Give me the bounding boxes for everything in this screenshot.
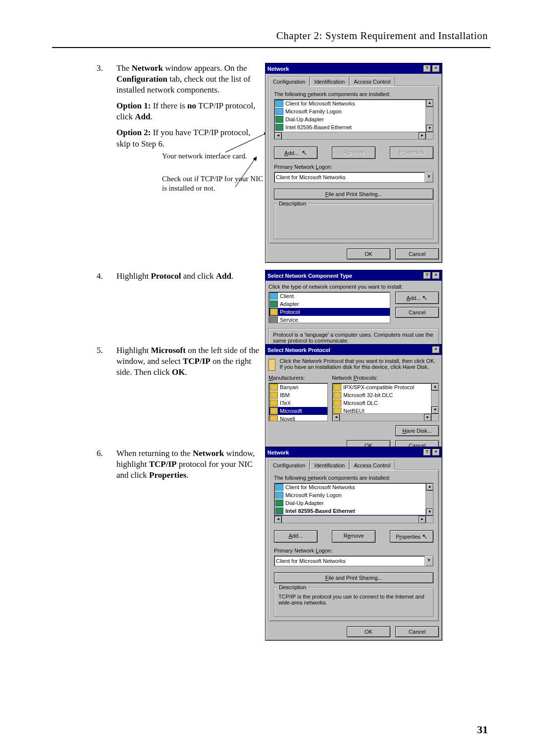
- chevron-down-icon[interactable]: ▼: [425, 172, 433, 182]
- list-item[interactable]: Dial-Up Adapter: [274, 115, 433, 123]
- step4-text: Highlight Protocol and click Add.: [116, 271, 265, 282]
- close-icon[interactable]: ×: [432, 346, 440, 353]
- description-group-title: Description: [277, 584, 308, 590]
- scrollbar-horizontal[interactable]: ◄►: [274, 132, 426, 139]
- list-item[interactable]: Microsoft 32-bit DLC: [332, 391, 438, 399]
- have-disk-button[interactable]: Have Disk...: [395, 425, 439, 436]
- step5-text: Highlight Microsoft on the left side of …: [116, 345, 265, 378]
- cancel-button[interactable]: Cancel: [395, 307, 439, 318]
- components-list[interactable]: Client for Microsoft Networks Microsoft …: [274, 483, 433, 523]
- network-dialog-1: Network ? × Configuration Identification…: [265, 63, 442, 263]
- adapter-icon: [275, 507, 283, 514]
- adapter-icon: [275, 124, 283, 131]
- list-item[interactable]: Banyan: [269, 383, 327, 391]
- list-item[interactable]: Client for Microsoft Networks: [274, 100, 433, 107]
- list-item[interactable]: Microsoft Family Logon: [274, 107, 433, 115]
- list-item[interactable]: Microsoft DLC: [332, 399, 438, 407]
- adapter-icon: [275, 116, 283, 123]
- step3-annotation-nic: Your network interface card.: [162, 151, 265, 161]
- scrollbar-vertical[interactable]: ▲▼: [431, 383, 438, 421]
- client-icon: [275, 100, 283, 107]
- scrollbar-horizontal[interactable]: ◄►: [274, 515, 426, 523]
- primary-logon-label: Primary Network Logon:: [274, 548, 433, 554]
- help-icon[interactable]: ?: [423, 272, 431, 279]
- tab-identification[interactable]: Identification: [310, 77, 349, 86]
- help-icon[interactable]: ?: [423, 449, 431, 456]
- close-icon[interactable]: ×: [432, 449, 440, 456]
- list-item[interactable]: Dial-Up Adapter: [274, 499, 433, 507]
- cursor-icon: ↖: [422, 294, 428, 302]
- ok-button[interactable]: OK: [347, 626, 390, 637]
- step6-text: When returning to the Network window, hi…: [116, 448, 265, 481]
- add-button[interactable]: Add... ↖: [274, 147, 318, 159]
- tab-access-control[interactable]: Access Control: [349, 77, 395, 86]
- close-icon[interactable]: ×: [432, 272, 440, 279]
- close-icon[interactable]: ×: [432, 65, 440, 72]
- list-item[interactable]: Adapter: [269, 300, 390, 308]
- properties-button[interactable]: Properties ↖: [390, 530, 433, 543]
- manufacturers-label: Manufacturers:: [268, 375, 328, 381]
- file-print-sharing-button[interactable]: File and Print Sharing...: [274, 189, 433, 200]
- list-item[interactable]: Intel 82595-Based Ethernet: [274, 507, 433, 515]
- protocol-icon: [270, 308, 278, 315]
- select-type-label: Click the type of network component you …: [268, 284, 439, 290]
- step3-option2: Option 2: If you have TCP/IP protocol, s…: [116, 127, 265, 149]
- step5-number: 5.: [97, 345, 103, 356]
- add-button[interactable]: Add... ↖: [395, 292, 439, 304]
- component-type-list[interactable]: Client Adapter Protocol Service: [268, 292, 390, 323]
- properties-button[interactable]: Properties: [390, 147, 433, 159]
- chevron-down-icon[interactable]: ▼: [425, 556, 433, 566]
- network-icon: [268, 359, 275, 371]
- scrollbar-vertical[interactable]: ▲▼: [426, 483, 433, 523]
- flag-icon: [270, 400, 278, 406]
- list-item[interactable]: ITeX: [269, 399, 327, 407]
- list-item[interactable]: Client: [269, 292, 390, 300]
- service-icon: [270, 316, 278, 323]
- step6-number: 6.: [97, 448, 103, 459]
- dialog-title: Select Network Component Type: [268, 273, 352, 279]
- header-rule: [52, 47, 490, 48]
- components-list[interactable]: Client for Microsoft Networks Microsoft …: [274, 99, 433, 140]
- manufacturers-list[interactable]: Banyan IBM ITeX Microsoft Novell: [268, 383, 328, 421]
- scrollbar-horizontal[interactable]: ◄►: [332, 413, 431, 421]
- flag-icon: [333, 384, 341, 391]
- cancel-button[interactable]: Cancel: [395, 249, 439, 259]
- description-text: TCP/IP is the protocol you use to connec…: [278, 594, 429, 605]
- primary-logon-combo[interactable]: Client for Microsoft Networks ▼: [274, 555, 433, 566]
- list-item-selected[interactable]: Protocol: [269, 308, 390, 316]
- ok-button[interactable]: OK: [347, 249, 390, 259]
- add-button[interactable]: Add...: [274, 530, 318, 543]
- cursor-icon: ↖: [422, 533, 428, 540]
- primary-logon-combo[interactable]: Client for Microsoft Networks ▼: [274, 172, 433, 183]
- protocols-list[interactable]: IPX/SPX-compatible Protocol Microsoft 32…: [332, 383, 439, 421]
- cancel-button[interactable]: Cancel: [395, 626, 439, 637]
- dialog-title: Network: [268, 66, 289, 72]
- select-component-type-dialog: Select Network Component Type ? × Click …: [265, 270, 442, 351]
- page-number: 31: [477, 723, 488, 736]
- adapter-icon: [275, 500, 283, 506]
- client-icon: [270, 293, 278, 300]
- scrollbar-vertical[interactable]: ▲▼: [426, 100, 433, 139]
- tab-access-control[interactable]: Access Control: [349, 460, 395, 470]
- client-icon: [275, 108, 283, 115]
- list-item[interactable]: Novell: [269, 415, 327, 421]
- list-item[interactable]: Service: [269, 316, 390, 323]
- tab-configuration[interactable]: Configuration: [268, 460, 310, 470]
- remove-button[interactable]: Remove: [332, 530, 375, 543]
- list-item[interactable]: Client for Microsoft Networks: [274, 483, 433, 491]
- chapter-title: Chapter 2: System Requirement and Instal…: [52, 30, 488, 42]
- tab-identification[interactable]: Identification: [310, 460, 349, 470]
- list-item[interactable]: IPX/SPX-compatible Protocol: [332, 383, 438, 391]
- installed-components-label: The following network components are ins…: [274, 475, 433, 481]
- list-item[interactable]: Microsoft Family Logon: [274, 491, 433, 499]
- cursor-icon: ↖: [302, 149, 307, 156]
- step3-option1: Option 1: If there is no TCP/IP protocol…: [116, 101, 265, 122]
- help-icon[interactable]: ?: [423, 65, 431, 72]
- file-print-sharing-button[interactable]: File and Print Sharing...: [274, 572, 433, 583]
- list-item[interactable]: IBM: [269, 391, 327, 399]
- tab-configuration[interactable]: Configuration: [268, 77, 310, 87]
- dialog-title: Select Network Protocol: [268, 347, 330, 353]
- list-item[interactable]: Intel 82595-Based Ethernet: [274, 123, 433, 131]
- remove-button[interactable]: Remove: [332, 147, 375, 159]
- list-item-selected[interactable]: Microsoft: [269, 407, 327, 415]
